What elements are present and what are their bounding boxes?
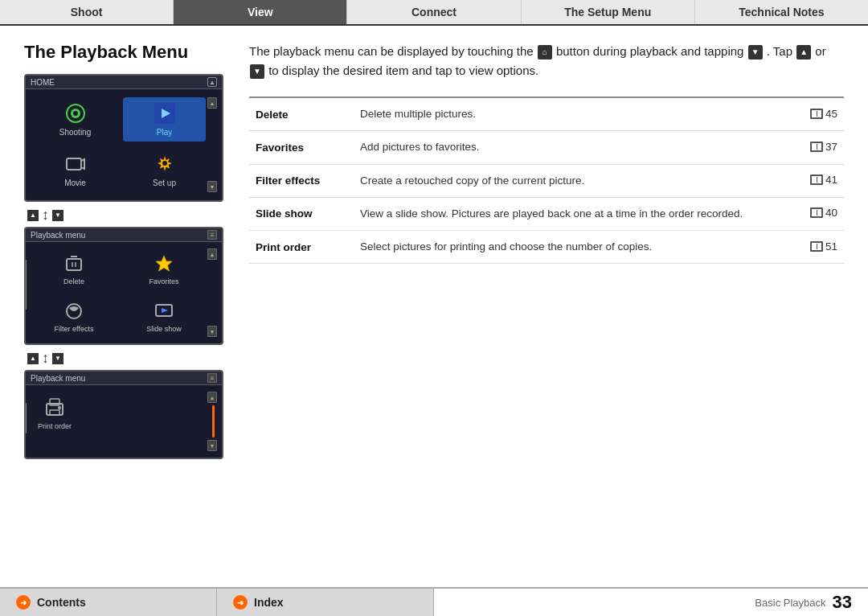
home-item-play[interactable]: Play [123, 97, 206, 142]
up-btn-icon: ▲ [796, 45, 811, 60]
menu-item-description: Add pictures to favorites. [354, 131, 800, 164]
print-menu-row: Print order [34, 393, 206, 434]
menu-item-name: Favorites [249, 131, 354, 164]
description-text: The playback menu can be displayed by to… [249, 42, 844, 80]
scroll-down-btn-1[interactable]: ▼ [207, 181, 217, 192]
camera-screen-playback: Playback menu ≡ [24, 227, 223, 345]
menu-item-name: Slide show [249, 197, 354, 230]
svg-marker-15 [162, 308, 168, 313]
left-column: The Playback Menu HOME ▲ [24, 42, 233, 464]
double-arrow-icon-2: ↕ [42, 350, 49, 367]
pb-item-delete[interactable]: Delete [32, 248, 116, 290]
down-arrow-icon [52, 210, 63, 221]
svg-marker-12 [156, 256, 172, 271]
index-arrow-icon: ➜ [233, 595, 248, 610]
contents-button[interactable]: ➜ Contents [0, 589, 217, 616]
menu-item-description: Select pictures for printing and choose … [354, 231, 800, 264]
pb-item-favorites[interactable]: Favorites [122, 248, 206, 290]
bottom-nav-left: ➜ Contents ➜ Index [0, 589, 434, 616]
pb-item-filter[interactable]: Filter effects [32, 296, 116, 337]
scroll-up-btn[interactable]: ▲ [207, 97, 217, 109]
filter-icon [63, 300, 85, 322]
svg-point-7 [162, 161, 167, 166]
svg-marker-6 [81, 159, 84, 169]
home-item-movie[interactable]: Movie [34, 148, 117, 192]
menu-item-page: 37 [800, 131, 844, 164]
table-row: FavoritesAdd pictures to favorites. 37 [249, 131, 844, 164]
right-column: The playback menu can be displayed by to… [249, 42, 844, 464]
pb-item-print[interactable]: Print order [34, 393, 76, 434]
table-row: DeleteDelete multiple pictures. 45 [249, 97, 844, 131]
table-row: Slide showView a slide show. Pictures ar… [249, 197, 844, 230]
pb-item-slideshow[interactable]: Slide show [122, 296, 206, 337]
nav-arrows-2: ▲ ↕ ▼ [27, 350, 233, 367]
menu-item-name: Filter effects [249, 164, 354, 197]
table-row: Print orderSelect pictures for printing … [249, 231, 844, 264]
scroll-up-btn-3[interactable]: ▲ [207, 392, 217, 403]
scroll-up-btn-2[interactable]: ▲ [207, 248, 217, 260]
camera-screen-home: HOME ▲ Shooting [24, 74, 223, 202]
screen-titlebar-print: Playback menu ≡ [26, 372, 222, 385]
connection-line-2 [24, 403, 27, 433]
down-arrow-icon-2: ▼ [52, 353, 63, 364]
shooting-icon [64, 102, 87, 125]
setup-icon [154, 153, 176, 175]
screen-titlebar-home: HOME ▲ [26, 76, 222, 89]
slideshow-icon [153, 300, 175, 322]
home-button-icon: ⌂ [538, 45, 552, 60]
playback-menu-grid: Delete Favorites [32, 248, 206, 337]
svg-rect-5 [67, 158, 81, 170]
tab-connect[interactable]: Connect [347, 0, 521, 24]
tab-technical[interactable]: Technical Notes [695, 0, 868, 24]
home-item-setup[interactable]: Set up [123, 148, 206, 192]
section-label: Basic Playback [755, 597, 825, 609]
connection-line-1 [24, 260, 27, 310]
scroll-down-btn-3[interactable]: ▼ [207, 440, 217, 451]
page-title: The Playback Menu [24, 42, 233, 63]
menu-item-page: 41 [800, 164, 844, 197]
up-arrow-icon [27, 210, 39, 221]
orange-indicator [212, 405, 215, 437]
menu-indicator: ≡ [207, 230, 217, 240]
menu-item-description: View a slide show. Pictures are played b… [354, 197, 800, 230]
svg-point-2 [73, 111, 78, 116]
print-icon [43, 397, 66, 420]
movie-icon [64, 153, 87, 175]
bottom-nav-right: Basic Playback 33 [434, 589, 868, 616]
scroll-right-indicator: ▲ [207, 77, 217, 87]
delete-icon [63, 253, 85, 275]
camera-screen-print: Playback menu ≡ Print [24, 370, 223, 459]
svg-rect-8 [67, 259, 81, 270]
menu-item-name: Print order [249, 231, 354, 264]
tab-view[interactable]: View [174, 0, 347, 24]
index-button[interactable]: ➜ Index [217, 589, 434, 616]
menu-item-name: Delete [249, 97, 354, 131]
contents-arrow-icon: ➜ [16, 595, 31, 610]
menu-table: DeleteDelete multiple pictures. 45Favori… [249, 97, 844, 264]
tab-setup[interactable]: The Setup Menu [522, 0, 695, 24]
play-icon [154, 102, 176, 125]
menu-item-description: Delete multiple pictures. [354, 97, 800, 131]
home-menu-grid: Shooting Play [34, 97, 206, 192]
double-arrow-icon: ↕ [42, 207, 49, 224]
tab-shoot[interactable]: Shoot [0, 0, 174, 24]
down-btn-icon: ▼ [748, 45, 763, 60]
favorites-icon [153, 253, 175, 275]
table-row: Filter effectsCreate a retouched copy of… [249, 164, 844, 197]
menu-item-page: 40 [800, 197, 844, 230]
menu-item-page: 45 [800, 97, 844, 131]
menu-indicator-2: ≡ [207, 373, 217, 383]
menu-item-page: 51 [800, 231, 844, 264]
down-btn-icon-2: ▼ [250, 64, 264, 79]
scroll-down-btn-2[interactable]: ▼ [207, 326, 217, 337]
bottom-navigation: ➜ Contents ➜ Index Basic Playback 33 [0, 587, 868, 616]
menu-item-description: Create a retouched copy of the current p… [354, 164, 800, 197]
nav-arrows-1: ↕ [27, 207, 233, 224]
home-item-shooting[interactable]: Shooting [34, 97, 117, 142]
up-arrow-icon-2: ▲ [27, 353, 39, 364]
page-number: 33 [833, 592, 852, 613]
svg-point-19 [58, 406, 61, 409]
screen-titlebar-playback: Playback menu ≡ [26, 228, 222, 242]
top-navigation: Shoot View Connect The Setup Menu Techni… [0, 0, 868, 26]
main-content: The Playback Menu HOME ▲ [0, 26, 868, 464]
